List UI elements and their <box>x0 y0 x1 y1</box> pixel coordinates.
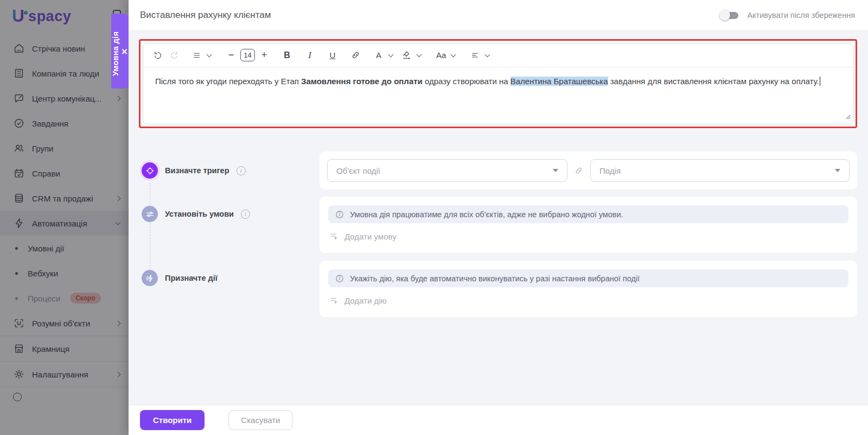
increase-font-button[interactable]: + <box>257 48 271 63</box>
bold-button[interactable]: B <box>280 48 294 63</box>
actions-card: Укажіть дію, яка буде автоматично викону… <box>320 261 857 317</box>
trigger-step-label: Визначте тригер <box>165 166 229 175</box>
editor-text-area[interactable]: Після того як угоди переходять у Етап За… <box>143 67 853 124</box>
target-icon <box>142 162 158 179</box>
page-title: Виставлення рахунку клієнтам <box>140 10 722 21</box>
actions-step-row: Призначте дії Укажіть дію, яка буде авто… <box>139 261 857 317</box>
conditions-step-label-group: Установіть умови i <box>139 197 320 222</box>
editor-text: Після того як угоди переходять у Етап <box>155 77 301 86</box>
activate-toggle-wrap: Активувати після збереження <box>722 11 855 20</box>
modal-dim-overlay[interactable] <box>0 0 129 435</box>
sliders-icon <box>142 206 158 222</box>
link-button[interactable] <box>348 48 363 63</box>
conditions-info-banner: Умовна дія працюватиме для всіх об'єктів… <box>328 205 848 223</box>
chevron-down-icon[interactable] <box>388 52 394 57</box>
chevron-down-icon[interactable] <box>451 52 456 57</box>
editor-text: одразу створювати на <box>423 77 510 86</box>
actions-step-label: Призначте дії <box>165 274 218 282</box>
panel-footer: Створити Скасувати <box>129 405 868 435</box>
toggle-thumb <box>719 10 730 21</box>
highlight-color-button[interactable] <box>399 48 414 63</box>
add-action-button[interactable]: Додати дію <box>329 295 848 305</box>
event-object-select[interactable]: Об'єкт події <box>327 159 567 182</box>
trigger-card: Об'єкт події Подія <box>320 152 857 190</box>
text-case-button[interactable]: Aa <box>434 48 448 63</box>
trigger-step-label-group: Визначте тригер i <box>139 152 320 179</box>
rich-text-editor: − 14 + B I U A Aa <box>143 43 853 124</box>
conditions-card: Умовна дія працюватиме для всіх об'єктів… <box>320 197 857 253</box>
conditional-action-tab[interactable]: Умовна дія ✕ <box>111 14 129 89</box>
add-condition-label: Додати умову <box>344 232 397 241</box>
font-color-button[interactable]: A <box>372 48 386 63</box>
trigger-step-row: Визначте тригер i Об'єкт події Подія <box>139 152 857 190</box>
automation-form: Визначте тригер i Об'єкт події Подія <box>139 128 857 317</box>
cancel-button[interactable]: Скасувати <box>228 410 292 430</box>
chevron-down-icon[interactable] <box>417 52 422 57</box>
editor-text-bold: Замовлення готове до оплати <box>301 77 423 86</box>
decrease-font-button[interactable]: − <box>224 48 238 63</box>
lightning-action-icon <box>142 270 158 286</box>
editor-toolbar: − 14 + B I U A Aa <box>143 43 853 67</box>
add-action-label: Додати дію <box>344 296 387 305</box>
conditional-action-panel: Умовна дія ✕ Виставлення рахунку клієнта… <box>129 0 868 435</box>
info-circle-icon <box>335 210 344 219</box>
actions-step-label-group: Призначте дії <box>139 261 320 286</box>
description-editor-highlight-frame: − 14 + B I U A Aa <box>139 39 857 128</box>
undo-button[interactable] <box>151 48 165 63</box>
panel-content: − 14 + B I U A Aa <box>129 31 868 405</box>
redo-button[interactable] <box>167 48 181 63</box>
sidebar: U spacy Стрічка новин Компанія та люди Ц… <box>0 0 129 435</box>
editor-text: завдання для виставлення клієнтам рахунк… <box>608 77 819 86</box>
caret-down-icon <box>835 169 840 172</box>
conditions-step-label: Установіть умови <box>165 210 234 218</box>
panel-header: Виставлення рахунку клієнтам Активувати … <box>129 0 868 31</box>
event-placeholder: Подія <box>599 166 835 175</box>
line-height-button[interactable] <box>190 48 204 63</box>
create-button[interactable]: Створити <box>140 410 205 430</box>
editor-text-mention: Валентина Браташевська <box>510 77 608 86</box>
trigger-fields: Об'єкт події Подія <box>327 159 850 182</box>
conditions-banner-text: Умовна дія працюватиме для всіх об'єктів… <box>350 210 623 219</box>
text-cursor <box>820 77 821 86</box>
activate-toggle-label: Активувати після збереження <box>747 11 855 20</box>
activate-toggle[interactable] <box>722 12 738 19</box>
add-lines-icon <box>329 295 339 305</box>
add-lines-icon <box>329 231 339 241</box>
align-button[interactable] <box>468 48 482 63</box>
chevron-down-icon[interactable] <box>485 52 490 57</box>
actions-banner-text: Укажіть дію, яка буде автоматично викону… <box>350 274 640 283</box>
tab-label: Умовна дія <box>111 31 120 76</box>
info-icon[interactable]: i <box>237 166 246 175</box>
event-object-placeholder: Об'єкт події <box>336 166 553 175</box>
underline-button[interactable]: U <box>326 48 340 63</box>
info-circle-icon <box>335 274 344 283</box>
add-condition-button[interactable]: Додати умову <box>329 231 848 241</box>
link-chain-icon <box>574 166 584 175</box>
caret-down-icon <box>553 169 558 172</box>
event-select[interactable]: Подія <box>590 159 850 182</box>
info-icon[interactable]: i <box>241 210 250 219</box>
chevron-down-icon[interactable] <box>207 52 212 57</box>
italic-button[interactable]: I <box>303 48 317 63</box>
font-size-value[interactable]: 14 <box>240 49 255 61</box>
close-icon[interactable]: ✕ <box>120 47 130 56</box>
resize-handle[interactable] <box>844 112 851 122</box>
actions-info-banner: Укажіть дію, яка буде автоматично викону… <box>328 269 848 287</box>
conditions-step-row: Установіть умови i Умовна дія працюватим… <box>139 197 857 253</box>
